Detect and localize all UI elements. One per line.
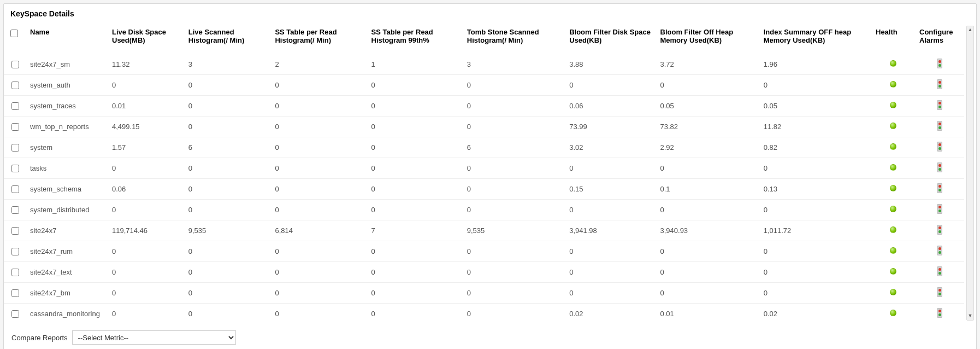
- table-row[interactable]: site24x7_text00000000: [4, 262, 964, 283]
- cell-bloom-disk: 0: [565, 241, 656, 262]
- configure-alarm-icon[interactable]: [937, 266, 942, 276]
- cell-live-disk: 0.06: [108, 179, 184, 200]
- cell-sstable-per-read: 0: [270, 241, 367, 262]
- health-dot-icon: [890, 247, 896, 254]
- scroll-up-icon[interactable]: ▲: [967, 26, 973, 34]
- cell-tombstone: 0: [463, 200, 565, 220]
- health-dot-icon: [890, 164, 896, 171]
- cell-name: site24x7_sm: [26, 54, 108, 75]
- cell-bloom-offheap: 0: [656, 158, 759, 179]
- configure-alarm-icon[interactable]: [937, 308, 942, 318]
- configure-alarm-icon[interactable]: [937, 142, 942, 152]
- table-row[interactable]: site24x7_sm11.3232133.883.721.96: [4, 54, 964, 75]
- configure-alarm-icon[interactable]: [937, 121, 942, 131]
- cell-bloom-offheap: 0: [656, 283, 759, 304]
- cell-index-summary: 0.13: [759, 179, 871, 200]
- cell-tombstone: 0: [463, 158, 565, 179]
- configure-alarm-icon[interactable]: [937, 79, 942, 89]
- cell-index-summary: 0: [759, 262, 871, 283]
- metric-select[interactable]: --Select Metric--: [72, 330, 236, 345]
- table-row[interactable]: site24x7119,714.469,5356,81479,5353,941.…: [4, 220, 964, 241]
- cell-live-scanned: 3: [184, 54, 271, 75]
- header-sstable-per-read[interactable]: SS Table per Read Histogram(/ Min): [270, 22, 367, 54]
- cell-live-disk: 0: [108, 304, 184, 324]
- health-dot-icon: [890, 60, 896, 67]
- keyspace-table: Name Live Disk Space Used(MB) Live Scann…: [4, 22, 964, 324]
- configure-alarm-icon[interactable]: [937, 162, 942, 172]
- table-row[interactable]: site24x7_rum00000000: [4, 241, 964, 262]
- table-row[interactable]: system_traces0.0100000.060.050.05: [4, 96, 964, 117]
- vertical-scrollbar[interactable]: ▲ ▼: [966, 26, 974, 321]
- row-checkbox[interactable]: [11, 102, 19, 110]
- header-tombstone[interactable]: Tomb Stone Scanned Histogram(/ Min): [463, 22, 565, 54]
- cell-tombstone: 0: [463, 283, 565, 304]
- cell-index-summary: 0: [759, 283, 871, 304]
- cell-live-scanned: 0: [184, 262, 271, 283]
- cell-bloom-disk: 0: [565, 200, 656, 220]
- cell-name: tasks: [26, 158, 108, 179]
- cell-bloom-disk: 0.02: [565, 304, 656, 324]
- table-row[interactable]: system_auth00000000: [4, 75, 964, 96]
- row-checkbox[interactable]: [11, 310, 19, 318]
- cell-name: wm_top_n_reports: [26, 117, 108, 137]
- cell-live-scanned: 0: [184, 241, 271, 262]
- cell-index-summary: 0.05: [759, 96, 871, 117]
- header-index-summary[interactable]: Index Summary OFF heap Memory Used(KB): [759, 22, 871, 54]
- cell-bloom-offheap: 3.72: [656, 54, 759, 75]
- table-row[interactable]: tasks00000000: [4, 158, 964, 179]
- row-checkbox[interactable]: [11, 165, 19, 172]
- cell-live-scanned: 0: [184, 96, 271, 117]
- configure-alarm-icon[interactable]: [937, 100, 942, 110]
- header-bloom-disk[interactable]: Bloom Filter Disk Space Used(KB): [565, 22, 656, 54]
- header-bloom-offheap[interactable]: Bloom Filter Off Heap Memory Used(KB): [656, 22, 759, 54]
- header-alarms[interactable]: Configure Alarms: [915, 22, 964, 54]
- cell-sstable-99th: 0: [367, 283, 463, 304]
- cell-name: system_schema: [26, 179, 108, 200]
- row-checkbox[interactable]: [11, 206, 19, 214]
- row-checkbox[interactable]: [11, 185, 19, 193]
- compare-reports-label: Compare Reports: [11, 334, 68, 342]
- configure-alarm-icon[interactable]: [937, 225, 942, 235]
- cell-live-disk: 0: [108, 200, 184, 220]
- cell-sstable-99th: 7: [367, 220, 463, 241]
- cell-name: site24x7: [26, 220, 108, 241]
- table-row[interactable]: system1.5760063.022.920.82: [4, 137, 964, 158]
- row-checkbox[interactable]: [11, 227, 19, 235]
- row-checkbox[interactable]: [11, 289, 19, 297]
- table-row[interactable]: site24x7_bm00000000: [4, 283, 964, 304]
- header-live-scanned[interactable]: Live Scanned Histogram(/ Min): [184, 22, 271, 54]
- configure-alarm-icon[interactable]: [937, 287, 942, 297]
- row-checkbox[interactable]: [11, 123, 19, 131]
- cell-sstable-99th: 0: [367, 262, 463, 283]
- configure-alarm-icon[interactable]: [937, 59, 942, 68]
- cell-sstable-99th: 0: [367, 75, 463, 96]
- table-row[interactable]: system_schema0.0600000.150.10.13: [4, 179, 964, 200]
- header-name[interactable]: Name: [26, 22, 108, 54]
- cell-live-scanned: 6: [184, 137, 271, 158]
- scroll-track[interactable]: [967, 34, 973, 312]
- cell-index-summary: 1.96: [759, 54, 871, 75]
- table-row[interactable]: system_distributed00000000: [4, 200, 964, 220]
- health-dot-icon: [890, 289, 896, 295]
- scroll-down-icon[interactable]: ▼: [967, 312, 973, 320]
- cell-name: system: [26, 137, 108, 158]
- table-row[interactable]: cassandra_monitoring000000.020.010.02: [4, 304, 964, 324]
- table-row[interactable]: wm_top_n_reports4,499.15000073.9973.8211…: [4, 117, 964, 137]
- cell-sstable-per-read: 0: [270, 304, 367, 324]
- configure-alarm-icon[interactable]: [937, 183, 942, 193]
- table-header-row: Name Live Disk Space Used(MB) Live Scann…: [4, 22, 964, 54]
- header-health[interactable]: Health: [871, 22, 915, 54]
- cell-bloom-disk: 0: [565, 283, 656, 304]
- select-all-checkbox[interactable]: [10, 30, 18, 37]
- row-checkbox[interactable]: [11, 248, 19, 255]
- row-checkbox[interactable]: [11, 61, 19, 68]
- configure-alarm-icon[interactable]: [937, 204, 942, 214]
- header-live-disk[interactable]: Live Disk Space Used(MB): [108, 22, 184, 54]
- row-checkbox[interactable]: [11, 269, 19, 276]
- panel-title: KeySpace Details: [4, 4, 976, 22]
- row-checkbox[interactable]: [11, 144, 19, 152]
- cell-name: system_distributed: [26, 200, 108, 220]
- configure-alarm-icon[interactable]: [937, 246, 942, 255]
- header-sstable-99th[interactable]: SS Table per Read Histogram 99th%: [367, 22, 463, 54]
- row-checkbox[interactable]: [11, 82, 19, 89]
